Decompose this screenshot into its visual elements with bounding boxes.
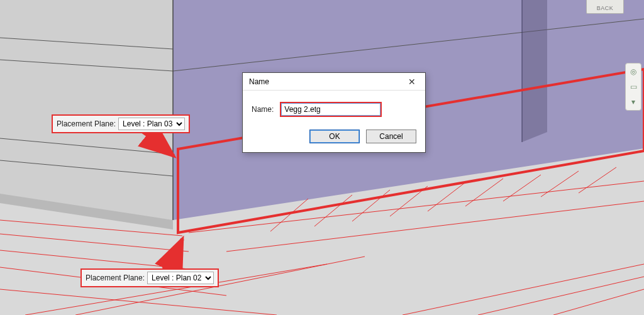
dialog-buttons: OK Cancel [243, 123, 425, 152]
name-field-highlight [280, 102, 382, 117]
placement-plane-select-top[interactable]: Level : Plan 03 [118, 118, 185, 130]
expand-tools-icon[interactable]: ▾ [628, 96, 639, 108]
placement-plane-callout-bottom: Placement Plane: Level : Plan 02 [80, 268, 219, 287]
steering-wheel-icon[interactable]: ◎ [628, 66, 639, 77]
viewport-3d[interactable] [0, 0, 644, 315]
close-icon[interactable]: ✕ [401, 74, 423, 89]
svg-marker-2 [0, 0, 173, 220]
view-cube[interactable]: BACK [586, 0, 624, 14]
dialog-titlebar[interactable]: Name ✕ [243, 73, 425, 91]
placement-plane-select-bottom[interactable]: Level : Plan 02 [147, 272, 214, 284]
dialog-title: Name [249, 77, 401, 86]
name-input[interactable] [281, 103, 380, 116]
side-toolbar: ◎ ▭ ▾ [625, 63, 641, 111]
view-cube-back-label: BACK [597, 5, 614, 11]
tool-icon[interactable]: ▭ [628, 81, 639, 92]
placement-plane-label-bottom: Placement Plane: [86, 274, 145, 282]
name-field-label: Name: [252, 105, 274, 114]
cancel-button[interactable]: Cancel [366, 130, 416, 143]
dialog-body: Name: [243, 91, 425, 123]
placement-plane-callout-top: Placement Plane: Level : Plan 03 [52, 114, 190, 133]
ok-button[interactable]: OK [309, 130, 360, 143]
placement-plane-label-top: Placement Plane: [57, 119, 116, 128]
svg-marker-9 [522, 0, 547, 142]
name-dialog: Name ✕ Name: OK Cancel [242, 72, 426, 153]
scene-svg [0, 0, 644, 315]
